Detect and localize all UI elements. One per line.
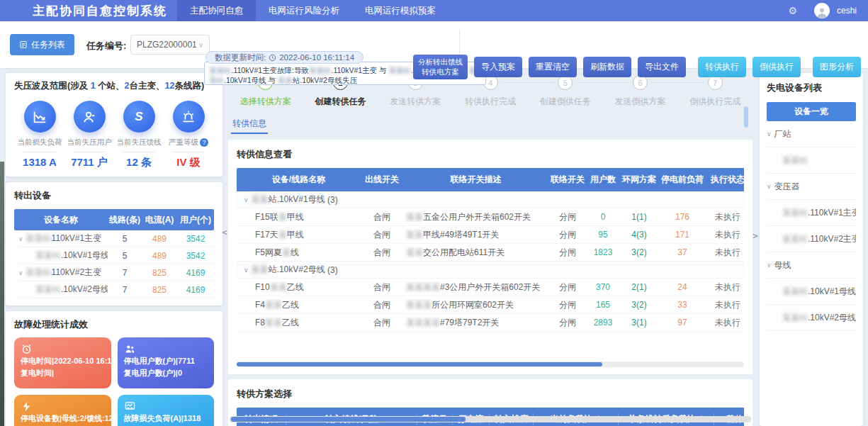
table-row[interactable]: ∨某某站110kV#1主变 5 489 3542	[14, 230, 214, 247]
table-row[interactable]: 某某站.10kV#2母线 7 825 4169	[14, 281, 214, 298]
import-plan-button[interactable]: 导入预案	[474, 57, 522, 77]
tree-group-transformer[interactable]: ∨ 变压器	[767, 174, 856, 200]
right-sidebar: 失电设备列表 设备一览 ∨ 厂站 某某站 ∨ 变压器 某某站.110kV#1主变…	[760, 73, 863, 426]
step-create-restore-task: 5 创建倒供任务	[528, 75, 603, 112]
outage-time-card: 停电时间|2022-06-10 16:11 复电时间|	[14, 337, 111, 388]
desktop-background-sliver	[0, 162, 4, 426]
vertical-scrollbar-thumb[interactable]	[744, 106, 748, 128]
collapse-left-panel-handle[interactable]: <	[222, 227, 227, 237]
stat-lost-load: 当前损失负荷 1318 A	[16, 101, 64, 169]
tab-transfer-info[interactable]: 转供信息	[231, 114, 268, 134]
outage-users-card: 停电用户数(户)|7711 复电用户数(户)|0	[118, 337, 215, 388]
task-no-label: 任务编号:	[86, 40, 126, 52]
transfer-execute-button[interactable]: 转供执行	[698, 57, 746, 77]
graph-analysis-button[interactable]: 图形分析	[813, 57, 861, 77]
stat-severity: 严重等级 ? IV 级	[164, 101, 213, 169]
person-icon	[816, 6, 828, 18]
nav-item-simulation-plan[interactable]: 电网运行模拟预案	[352, 0, 449, 21]
tree-item-station[interactable]: 某某站	[767, 147, 856, 174]
main-menu: 主配协同自愈 电网运行风险分析 电网运行模拟预案	[177, 0, 449, 21]
help-icon[interactable]: ?	[200, 138, 208, 147]
chevron-down-icon[interactable]: ∨	[244, 267, 249, 274]
center-panel: ✓ 选择转供方案 2 创建转供任务 3 发送转供方案 4 转供执行完成 5 创建…	[228, 71, 753, 426]
refresh-data-button[interactable]: 刷新数据	[583, 57, 631, 77]
lost-devices-title: 失电设备列表	[767, 82, 856, 94]
app-title: 主配协同自愈控制系统	[33, 3, 167, 19]
transfer-info-panel: 转供信息查看 设备/线路名称 出线开关 联络开关描述 联络开关 用户数 环网方案…	[228, 140, 753, 374]
tree-item-bus1[interactable]: 某某站.10kV#1母线	[767, 279, 856, 305]
toolbar-actions: 分析转出馈线 转供电方案 导入预案 重置清空 刷新数据 导出文件 转供执行 倒供…	[413, 55, 861, 79]
stat-lost-feeders: S 当前失压馈线 12 条	[115, 101, 163, 169]
table-row[interactable]: F17天某甲线 合闸 某某甲线#49塔49T1开关 分闸 95 4(3) 171…	[237, 226, 744, 244]
nav-item-risk-analysis[interactable]: 电网运行风险分析	[256, 0, 352, 21]
tree-group-station[interactable]: ∨ 厂站	[767, 121, 856, 147]
group-row-bus2[interactable]: ∨ 某某 站.10kV#2母线 (3)	[237, 262, 744, 279]
reset-clear-button[interactable]: 重置清空	[529, 57, 577, 77]
impact-stats: 当前损失负荷 1318 A 当前失压用户 7711 户 S 当前失压馈线 12 …	[14, 101, 214, 169]
list-icon	[19, 40, 28, 49]
impact-scope-title: 失压波及范围(涉及 1 个站、2台主变、12条线路)	[14, 80, 214, 92]
table-row[interactable]: F5网夏某线 合闸 某某交公用配电站611开关 分闸 1823 3(2) 37 …	[237, 244, 744, 262]
alarm-icon	[173, 101, 205, 133]
chevron-down-icon: ∨	[198, 41, 203, 49]
fault-stats-title: 故障处理统计成效	[14, 318, 214, 331]
table-row[interactable]: F4某某乙线 合闸 某某某所公用环网室602开关 分闸 165 3(2) 33 …	[237, 296, 744, 314]
table-row[interactable]: F8某某乙线 合闸 某某某某#79塔79T2开关 分闸 2893 3(1) 97…	[237, 314, 744, 332]
users-icon	[124, 343, 136, 355]
left-sidebar: 失压波及范围(涉及 1 个站、2台主变、12条线路) 当前损失负荷 1318 A…	[6, 73, 222, 426]
top-navbar: 主配协同自愈控制系统 主配协同自愈 电网运行风险分析 电网运行模拟预案 ⚙ ce…	[0, 0, 868, 21]
tree-item-transformer2[interactable]: 某某站.110kV#2主变	[767, 226, 856, 252]
tab-bar: 转供信息	[228, 114, 753, 135]
table-header: 设备名称 线路(条) 电流(A) 用户(个)	[14, 209, 214, 230]
navbar-right: ⚙ ceshi	[788, 3, 857, 18]
update-time-pill: 数据更新时间: 2022-06-10 16:11:14	[205, 51, 363, 64]
chevron-down-icon[interactable]: ∨	[18, 269, 23, 276]
bolt-icon	[21, 400, 33, 413]
nav-item-self-healing[interactable]: 主配协同自愈	[177, 0, 256, 21]
scrollbar-thumb[interactable]	[231, 417, 466, 422]
transfer-info-table: 设备/线路名称 出线开关 联络开关描述 联络开关 用户数 环网方案 停电前负荷 …	[237, 168, 744, 332]
transfer-info-title: 转供信息查看	[237, 148, 744, 161]
tree-item-bus2[interactable]: 某某站.10kV#2母线	[767, 305, 856, 331]
settings-gear-icon[interactable]: ⚙	[788, 5, 797, 16]
alarm-clock-icon	[21, 343, 33, 355]
plan-selection-title: 转供方案选择	[237, 388, 744, 400]
table-row[interactable]: 某某站.10kV#1母线 5 489 3542	[14, 247, 214, 264]
chevron-down-icon[interactable]: ∨	[18, 235, 23, 242]
stat-lost-users: 当前失压用户 7711 户	[65, 101, 113, 169]
transfer-out-table: 设备名称 线路(条) 电流(A) 用户(个) ∨某某站110kV#1主变 5 4…	[14, 209, 214, 298]
restore-execute-button[interactable]: 倒供执行	[753, 57, 801, 77]
username[interactable]: ceshi	[837, 6, 857, 16]
expand-right-panel-handle[interactable]: >	[753, 230, 758, 241]
task-no-select[interactable]: PLZG22000001 ∨	[130, 35, 210, 55]
user-icon	[74, 101, 106, 133]
fault-stats-card: 故障处理统计成效 停电时间|2022-06-10 16:11 复电时间| 停电用…	[6, 311, 222, 426]
impact-scope-card: 失压波及范围(涉及 1 个站、2台主变、12条线路) 当前损失负荷 1318 A…	[6, 73, 222, 176]
chevron-down-icon[interactable]: ∨	[767, 262, 772, 269]
page-horizontal-scrollbar	[230, 416, 751, 422]
analyze-transfer-plan-button[interactable]: 分析转出馈线 转供电方案	[413, 55, 468, 79]
fault-stats-grid: 停电时间|2022-06-10 16:11 复电时间| 停电用户数(户)|771…	[14, 337, 214, 426]
chevron-down-icon[interactable]: ∨	[767, 183, 772, 190]
tree-group-bus[interactable]: ∨ 母线	[767, 252, 856, 279]
load-chart-icon	[124, 400, 136, 413]
group-row-bus1[interactable]: ∨ 某某 站.10kV#1母线 (3)	[237, 191, 744, 208]
transfer-out-title: 转出设备	[14, 189, 214, 202]
table-row[interactable]: ∨某某站110kV#2主变 7 825 4169	[14, 264, 214, 281]
clock-icon	[269, 54, 276, 62]
table-header: 设备/线路名称 出线开关 联络开关描述 联络开关 用户数 环网方案 停电前负荷 …	[237, 168, 744, 191]
export-file-button[interactable]: 导出文件	[638, 57, 686, 77]
scrollbar-thumb[interactable]	[237, 362, 602, 366]
table-row[interactable]: F10某某乙线 合闸 某某某某#3公用户外开关箱602开关 分闸 370 2(1…	[237, 279, 744, 296]
toolbar: 任务列表 任务编号: PLZG22000001 ∨ 数据更新时间: 2022-0…	[0, 21, 868, 68]
horizontal-scrollbar	[237, 361, 744, 367]
step-send-restore-plan: 6 发送倒供方案	[603, 75, 678, 112]
avatar[interactable]	[814, 3, 830, 18]
device-overview-header[interactable]: 设备一览	[767, 102, 856, 121]
chevron-down-icon[interactable]: ∨	[244, 196, 249, 203]
transfer-out-card: 转出设备 设备名称 线路(条) 电流(A) 用户(个) ∨某某站110kV#1主…	[6, 182, 222, 306]
chevron-down-icon[interactable]: ∨	[767, 130, 772, 138]
table-row[interactable]: F15联某甲线 合闸 某某五金公用户外开关箱602开关 分闸 0 1(1) 17…	[237, 208, 744, 226]
task-list-button[interactable]: 任务列表	[10, 34, 74, 55]
tree-item-transformer1[interactable]: 某某站.110kV#1主变	[767, 200, 856, 226]
